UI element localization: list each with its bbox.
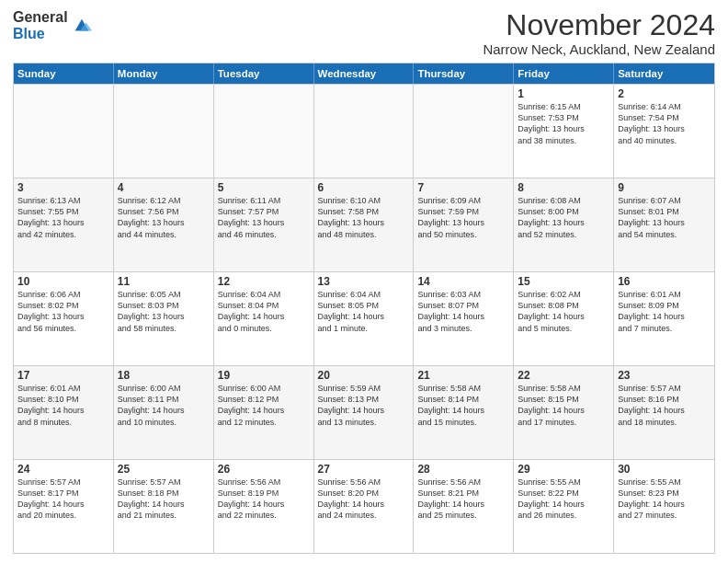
day-number: 12 xyxy=(218,275,310,288)
day-info: Sunrise: 6:14 AMSunset: 7:54 PMDaylight:… xyxy=(618,101,711,146)
cal-cell-day-26: 26Sunrise: 5:56 AMSunset: 8:19 PMDayligh… xyxy=(214,460,314,553)
day-number: 23 xyxy=(618,369,711,382)
day-info: Sunrise: 6:00 AMSunset: 8:11 PMDaylight:… xyxy=(118,383,210,428)
day-number: 7 xyxy=(417,181,509,194)
day-number: 13 xyxy=(318,275,410,288)
header-day-sunday: Sunday xyxy=(14,63,114,84)
location: Narrow Neck, Auckland, New Zealand xyxy=(483,41,715,57)
day-number: 22 xyxy=(518,369,609,382)
day-number: 15 xyxy=(518,275,609,288)
header-day-friday: Friday xyxy=(514,63,614,84)
day-info: Sunrise: 5:56 AMSunset: 8:21 PMDaylight:… xyxy=(417,477,509,522)
calendar-header: SundayMondayTuesdayWednesdayThursdayFrid… xyxy=(14,63,714,84)
calendar: SundayMondayTuesdayWednesdayThursdayFrid… xyxy=(13,63,715,554)
day-info: Sunrise: 5:56 AMSunset: 8:19 PMDaylight:… xyxy=(218,477,310,522)
day-info: Sunrise: 6:08 AMSunset: 8:00 PMDaylight:… xyxy=(518,195,609,240)
day-info: Sunrise: 5:57 AMSunset: 8:16 PMDaylight:… xyxy=(618,383,711,428)
day-info: Sunrise: 6:02 AMSunset: 8:08 PMDaylight:… xyxy=(518,289,609,334)
header: General Blue November 2024 Narrow Neck, … xyxy=(13,9,715,57)
cal-cell-day-10: 10Sunrise: 6:06 AMSunset: 8:02 PMDayligh… xyxy=(14,272,114,365)
cal-cell-day-2: 2Sunrise: 6:14 AMSunset: 7:54 PMDaylight… xyxy=(614,85,714,178)
cal-cell-day-19: 19Sunrise: 6:00 AMSunset: 8:12 PMDayligh… xyxy=(214,366,314,459)
cal-row-0: 1Sunrise: 6:15 AMSunset: 7:53 PMDaylight… xyxy=(14,84,714,178)
day-info: Sunrise: 6:09 AMSunset: 7:59 PMDaylight:… xyxy=(417,195,509,240)
cal-cell-day-14: 14Sunrise: 6:03 AMSunset: 8:07 PMDayligh… xyxy=(414,272,514,365)
page: General Blue November 2024 Narrow Neck, … xyxy=(0,0,728,563)
cal-cell-day-9: 9Sunrise: 6:07 AMSunset: 8:01 PMDaylight… xyxy=(614,178,714,271)
day-info: Sunrise: 6:04 AMSunset: 8:05 PMDaylight:… xyxy=(318,289,410,334)
cal-cell-empty xyxy=(114,85,214,178)
day-info: Sunrise: 6:00 AMSunset: 8:12 PMDaylight:… xyxy=(218,383,310,428)
logo-icon xyxy=(72,16,92,36)
cal-cell-day-13: 13Sunrise: 6:04 AMSunset: 8:05 PMDayligh… xyxy=(314,272,415,365)
header-day-saturday: Saturday xyxy=(614,63,714,84)
cal-row-3: 17Sunrise: 6:01 AMSunset: 8:10 PMDayligh… xyxy=(14,365,714,459)
header-day-wednesday: Wednesday xyxy=(314,63,415,84)
cal-cell-empty xyxy=(414,85,514,178)
day-number: 25 xyxy=(118,463,210,476)
cal-cell-empty xyxy=(14,85,114,178)
day-number: 11 xyxy=(118,275,210,288)
day-info: Sunrise: 5:57 AMSunset: 8:18 PMDaylight:… xyxy=(118,477,210,522)
day-info: Sunrise: 6:03 AMSunset: 8:07 PMDaylight:… xyxy=(417,289,509,334)
cal-cell-day-1: 1Sunrise: 6:15 AMSunset: 7:53 PMDaylight… xyxy=(514,85,614,178)
day-number: 4 xyxy=(118,181,210,194)
cal-row-1: 3Sunrise: 6:13 AMSunset: 7:55 PMDaylight… xyxy=(14,178,714,271)
cal-cell-day-24: 24Sunrise: 5:57 AMSunset: 8:17 PMDayligh… xyxy=(14,460,114,553)
day-number: 18 xyxy=(118,369,210,382)
cal-cell-day-17: 17Sunrise: 6:01 AMSunset: 8:10 PMDayligh… xyxy=(14,366,114,459)
cal-cell-day-21: 21Sunrise: 5:58 AMSunset: 8:14 PMDayligh… xyxy=(414,366,514,459)
cal-row-2: 10Sunrise: 6:06 AMSunset: 8:02 PMDayligh… xyxy=(14,271,714,365)
day-info: Sunrise: 6:04 AMSunset: 8:04 PMDaylight:… xyxy=(218,289,310,334)
cal-cell-day-25: 25Sunrise: 5:57 AMSunset: 8:18 PMDayligh… xyxy=(114,460,214,553)
logo: General Blue xyxy=(13,9,92,41)
calendar-body: 1Sunrise: 6:15 AMSunset: 7:53 PMDaylight… xyxy=(14,84,714,553)
cal-cell-day-5: 5Sunrise: 6:11 AMSunset: 7:57 PMDaylight… xyxy=(214,178,314,271)
cal-cell-day-18: 18Sunrise: 6:00 AMSunset: 8:11 PMDayligh… xyxy=(114,366,214,459)
header-day-thursday: Thursday xyxy=(414,63,514,84)
day-number: 5 xyxy=(218,181,310,194)
cal-cell-day-12: 12Sunrise: 6:04 AMSunset: 8:04 PMDayligh… xyxy=(214,272,314,365)
day-number: 6 xyxy=(318,181,410,194)
day-info: Sunrise: 6:10 AMSunset: 7:58 PMDaylight:… xyxy=(318,195,410,240)
day-number: 9 xyxy=(618,181,711,194)
title-block: November 2024 Narrow Neck, Auckland, New… xyxy=(483,9,715,57)
day-number: 17 xyxy=(17,369,109,382)
day-info: Sunrise: 6:12 AMSunset: 7:56 PMDaylight:… xyxy=(118,195,210,240)
day-number: 21 xyxy=(417,369,509,382)
day-number: 14 xyxy=(417,275,509,288)
cal-cell-day-16: 16Sunrise: 6:01 AMSunset: 8:09 PMDayligh… xyxy=(614,272,714,365)
day-info: Sunrise: 5:56 AMSunset: 8:20 PMDaylight:… xyxy=(318,477,410,522)
logo-text: General Blue xyxy=(13,9,68,41)
day-info: Sunrise: 5:55 AMSunset: 8:23 PMDaylight:… xyxy=(618,477,711,522)
cal-cell-day-15: 15Sunrise: 6:02 AMSunset: 8:08 PMDayligh… xyxy=(514,272,614,365)
day-info: Sunrise: 6:11 AMSunset: 7:57 PMDaylight:… xyxy=(218,195,310,240)
cal-row-4: 24Sunrise: 5:57 AMSunset: 8:17 PMDayligh… xyxy=(14,459,714,553)
cal-cell-empty xyxy=(214,85,314,178)
day-info: Sunrise: 6:06 AMSunset: 8:02 PMDaylight:… xyxy=(17,289,109,334)
day-info: Sunrise: 6:07 AMSunset: 8:01 PMDaylight:… xyxy=(618,195,711,240)
day-info: Sunrise: 6:05 AMSunset: 8:03 PMDaylight:… xyxy=(118,289,210,334)
day-info: Sunrise: 6:01 AMSunset: 8:09 PMDaylight:… xyxy=(618,289,711,334)
header-day-monday: Monday xyxy=(114,63,214,84)
cal-cell-day-29: 29Sunrise: 5:55 AMSunset: 8:22 PMDayligh… xyxy=(514,460,614,553)
cal-cell-day-11: 11Sunrise: 6:05 AMSunset: 8:03 PMDayligh… xyxy=(114,272,214,365)
cal-cell-day-28: 28Sunrise: 5:56 AMSunset: 8:21 PMDayligh… xyxy=(414,460,514,553)
day-info: Sunrise: 5:55 AMSunset: 8:22 PMDaylight:… xyxy=(518,477,609,522)
day-number: 19 xyxy=(218,369,310,382)
day-number: 27 xyxy=(318,463,410,476)
day-number: 30 xyxy=(618,463,711,476)
cal-cell-day-27: 27Sunrise: 5:56 AMSunset: 8:20 PMDayligh… xyxy=(314,460,415,553)
day-info: Sunrise: 6:15 AMSunset: 7:53 PMDaylight:… xyxy=(518,101,609,146)
day-number: 2 xyxy=(618,87,711,100)
cal-cell-day-7: 7Sunrise: 6:09 AMSunset: 7:59 PMDaylight… xyxy=(414,178,514,271)
day-number: 28 xyxy=(417,463,509,476)
day-info: Sunrise: 5:59 AMSunset: 8:13 PMDaylight:… xyxy=(318,383,410,428)
day-info: Sunrise: 6:13 AMSunset: 7:55 PMDaylight:… xyxy=(17,195,109,240)
cal-cell-empty xyxy=(314,85,415,178)
logo-general: General xyxy=(13,9,68,26)
day-number: 10 xyxy=(17,275,109,288)
day-number: 20 xyxy=(318,369,410,382)
day-number: 26 xyxy=(218,463,310,476)
day-info: Sunrise: 5:57 AMSunset: 8:17 PMDaylight:… xyxy=(17,477,109,522)
